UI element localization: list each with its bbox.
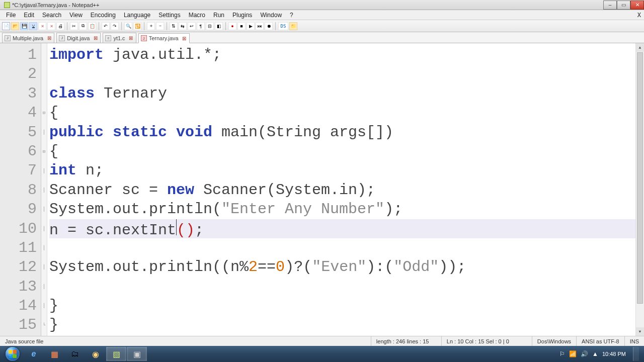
start-button[interactable]	[2, 346, 23, 361]
tray-action-icon[interactable]: ▲	[592, 350, 598, 357]
sync-h-icon[interactable]: ⇆	[179, 22, 187, 30]
save-all-icon[interactable]: ⩣	[29, 22, 37, 30]
tab-close-icon[interactable]: ⊠	[93, 35, 98, 41]
scroll-down-icon[interactable]: ▼	[636, 327, 644, 336]
code-line: }	[49, 296, 644, 315]
wrap-icon[interactable]: ↩	[188, 22, 196, 30]
menu-encoding[interactable]: Encoding	[87, 11, 120, 20]
menu-bar: File Edit Search View Encoding Language …	[0, 10, 644, 20]
taskbar-chrome-icon[interactable]: ◉	[86, 347, 106, 361]
fold-marker-icon[interactable]: ⊟	[41, 103, 47, 122]
print-icon[interactable]: 🖨	[56, 22, 64, 30]
scroll-thumb[interactable]	[637, 52, 643, 304]
indent-guide-icon[interactable]: ⊟	[206, 22, 214, 30]
tab-close-icon[interactable]: ⊠	[46, 35, 52, 41]
taskbar-ie-icon[interactable]: e	[24, 347, 44, 361]
taskbar-explorer-icon[interactable]: 🗂	[65, 347, 85, 361]
cut-icon[interactable]: ✂	[70, 22, 78, 30]
vertical-scrollbar[interactable]: ▲ ▼	[635, 43, 644, 336]
menu-help[interactable]: ?	[286, 11, 297, 20]
tray-network-icon[interactable]: 📶	[569, 350, 577, 357]
record-macro-icon[interactable]: ●	[228, 22, 236, 30]
tab-label: Multiple.java	[13, 35, 43, 41]
tab-yt1-c[interactable]: c yt1.c ⊠	[103, 33, 136, 43]
menu-run[interactable]: Run	[209, 11, 228, 20]
menu-search[interactable]: Search	[38, 11, 65, 20]
menu-macro[interactable]: Macro	[185, 11, 209, 20]
menu-file[interactable]: File	[2, 11, 20, 20]
close-file-icon[interactable]: ⨉	[38, 22, 46, 30]
folder-tool-icon[interactable]: 📁	[289, 22, 297, 30]
ds-icon[interactable]: DS	[278, 22, 288, 30]
open-file-icon[interactable]: 📂	[11, 22, 19, 30]
find-icon[interactable]: 🔍	[124, 22, 132, 30]
toolbar-sep	[99, 22, 99, 30]
status-position: Ln : 10 Col : 15 Sel : 0 | 0	[442, 336, 532, 346]
menu-view[interactable]: View	[65, 11, 87, 20]
file-icon: J	[5, 35, 11, 41]
taskbar-cmd-icon[interactable]: ▣	[127, 347, 147, 361]
zoom-in-icon[interactable]: ＋	[147, 22, 155, 30]
menu-window[interactable]: Window	[256, 11, 286, 20]
window-title: *C:\ytjava\Ternary.java - Notepad++	[12, 2, 603, 8]
code-line: class Ternary	[49, 84, 644, 103]
save-icon[interactable]: 💾	[20, 22, 28, 30]
status-eol[interactable]: Dos\Windows	[532, 336, 577, 346]
tray-volume-icon[interactable]: 🔊	[581, 350, 588, 357]
stop-macro-icon[interactable]: ■	[237, 22, 246, 30]
tab-close-icon[interactable]: ⊠	[128, 35, 134, 41]
line-number: 8	[0, 180, 41, 200]
undo-icon[interactable]: ↶	[102, 22, 110, 30]
close-all-icon[interactable]: ⨉	[47, 22, 55, 30]
tab-multiple-java[interactable]: J Multiple.java ⊠	[2, 33, 54, 43]
tray-flag-icon[interactable]: ⚐	[559, 350, 565, 357]
menu-close-x[interactable]: X	[637, 12, 641, 19]
scroll-up-icon[interactable]: ▲	[636, 43, 644, 52]
minimize-button[interactable]: –	[603, 1, 617, 10]
line-number: 9	[0, 200, 41, 219]
menu-language[interactable]: Language	[120, 11, 154, 20]
status-encoding[interactable]: ANSI as UTF-8	[577, 336, 625, 346]
copy-icon[interactable]: ⧉	[79, 22, 87, 30]
code-line: Scanner sc = new Scanner(System.in);	[49, 180, 644, 200]
code-line: {	[49, 142, 644, 161]
title-bar: *C:\ytjava\Ternary.java - Notepad++ – ▭ …	[0, 0, 644, 10]
file-icon: c	[105, 35, 111, 41]
line-number: 5	[0, 123, 41, 142]
play-multi-icon[interactable]: ⏭	[256, 22, 264, 30]
code-line	[49, 238, 644, 257]
file-icon: J	[59, 35, 65, 41]
tab-ternary-java[interactable]: J Ternary.java ⊠	[138, 33, 190, 43]
system-tray[interactable]: ⚐ 📶 🔊 ▲ 10:48 PM	[559, 347, 642, 361]
sync-v-icon[interactable]: ⇅	[170, 22, 178, 30]
fold-marker-icon[interactable]: ⊟	[41, 142, 47, 161]
paste-icon[interactable]: 📋	[88, 22, 96, 30]
menu-settings[interactable]: Settings	[154, 11, 184, 20]
new-file-icon[interactable]: 📄	[2, 22, 10, 30]
show-desktop-button[interactable]	[633, 347, 639, 361]
menu-edit[interactable]: Edit	[20, 11, 38, 20]
toolbar: 📄 📂 💾 ⩣ ⨉ ⨉ 🖨 ✂ ⧉ 📋 ↶ ↷ 🔍 🔁 ＋ － ⇅ ⇆ ↩ ¶ …	[0, 20, 644, 32]
status-bar: Java source file length : 246 lines : 15…	[0, 336, 644, 346]
status-insert-mode[interactable]: INS	[625, 336, 644, 346]
tab-digit-java[interactable]: J Digit.java ⊠	[56, 33, 101, 43]
taskbar-powerpoint-icon[interactable]: ▦	[44, 347, 64, 361]
lang-icon[interactable]: ◧	[215, 22, 223, 30]
editor-area[interactable]: 1 2 3 4 5 6 7 8 9 10 11 12 13 14 15 ⊟ │ …	[0, 43, 644, 336]
show-all-chars-icon[interactable]: ¶	[197, 22, 205, 30]
close-button[interactable]: ✕	[630, 1, 644, 10]
zoom-out-icon[interactable]: －	[156, 22, 164, 30]
tray-clock[interactable]: 10:48 PM	[602, 351, 626, 357]
maximize-button[interactable]: ▭	[617, 1, 630, 10]
tab-close-icon[interactable]: ⊠	[182, 36, 187, 41]
app-icon	[4, 2, 10, 8]
menu-plugins[interactable]: Plugins	[228, 11, 256, 20]
code-line-current: n = sc.nextInt();	[49, 219, 644, 238]
replace-icon[interactable]: 🔁	[133, 22, 141, 30]
save-macro-icon[interactable]: ⏺	[265, 22, 273, 30]
taskbar-notepadpp-icon[interactable]: ▧	[106, 347, 126, 361]
play-macro-icon[interactable]: ▶	[247, 22, 255, 30]
code-area[interactable]: import java.util.*; class Ternary { publ…	[47, 43, 644, 336]
redo-icon[interactable]: ↷	[111, 22, 119, 30]
line-number: 6	[0, 142, 41, 161]
